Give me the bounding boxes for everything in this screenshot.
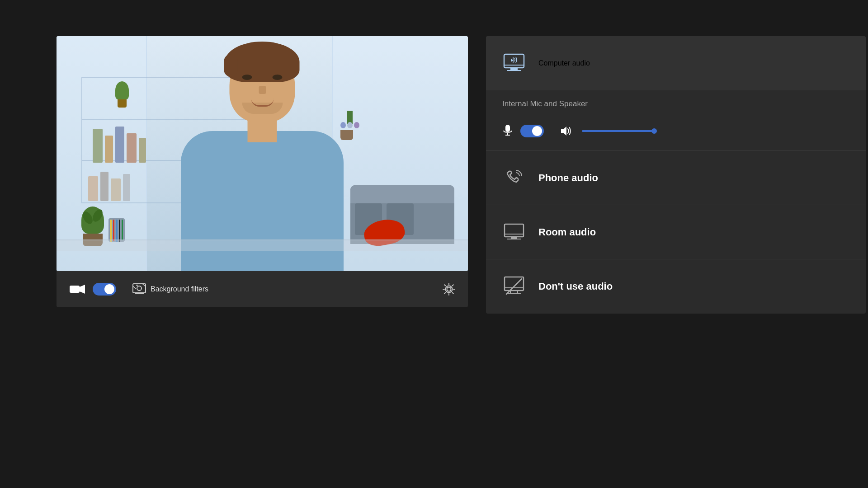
camera-icon — [69, 284, 85, 295]
svg-rect-18 — [505, 224, 524, 237]
computer-audio-section: Computer audio Internal Mic and Speaker — [486, 36, 866, 151]
svg-rect-14 — [505, 125, 510, 132]
room-audio-icon — [502, 221, 526, 244]
svg-point-3 — [137, 286, 142, 291]
pencil-cup — [108, 218, 125, 242]
room-audio-label: Room audio — [538, 226, 596, 238]
video-frame — [57, 36, 468, 271]
svg-point-8 — [447, 287, 451, 291]
svg-marker-17 — [561, 127, 566, 136]
mic-icon — [502, 124, 513, 138]
flowers-icon — [340, 111, 359, 140]
computer-audio-detail: Internal Mic and Speaker — [486, 90, 866, 150]
computer-audio-label: Computer audio — [538, 59, 590, 67]
volume-slider[interactable] — [582, 130, 654, 132]
video-area: Background filters — [57, 36, 468, 307]
svg-rect-10 — [504, 54, 524, 68]
svg-rect-22 — [505, 277, 524, 291]
no-audio-label: Don't use audio — [538, 281, 613, 292]
no-audio-option[interactable]: Don't use audio — [486, 259, 866, 314]
books-shelf — [93, 127, 146, 163]
settings-button[interactable] — [443, 283, 455, 296]
plant-icon — [115, 81, 129, 108]
phone-audio-label: Phone audio — [538, 172, 598, 184]
video-controls-bar: Background filters — [57, 271, 468, 307]
mic-toggle[interactable] — [520, 125, 544, 137]
phone-audio-option[interactable]: Phone audio — [486, 151, 866, 205]
divider — [502, 115, 849, 115]
no-audio-icon — [502, 275, 526, 298]
svg-rect-0 — [70, 286, 80, 293]
books-lower — [88, 172, 130, 201]
device-name: Internal Mic and Speaker — [502, 99, 849, 108]
svg-line-6 — [133, 286, 136, 289]
audio-selection-panel: Computer audio Internal Mic and Speaker — [486, 36, 866, 314]
background-filters-button[interactable]: Background filters — [132, 283, 208, 295]
camera-toggle[interactable] — [93, 283, 116, 296]
computer-audio-icon — [502, 53, 526, 73]
phone-audio-icon — [502, 166, 526, 190]
svg-marker-1 — [80, 285, 85, 294]
svg-line-26 — [506, 279, 522, 294]
room-audio-option[interactable]: Room audio — [486, 205, 866, 259]
speaker-icon — [559, 126, 572, 136]
table-surface — [57, 239, 468, 251]
computer-audio-option[interactable]: Computer audio — [486, 36, 866, 90]
person-head — [230, 50, 295, 122]
bg-filters-label: Background filters — [151, 285, 208, 293]
mic-speaker-controls — [502, 124, 849, 138]
